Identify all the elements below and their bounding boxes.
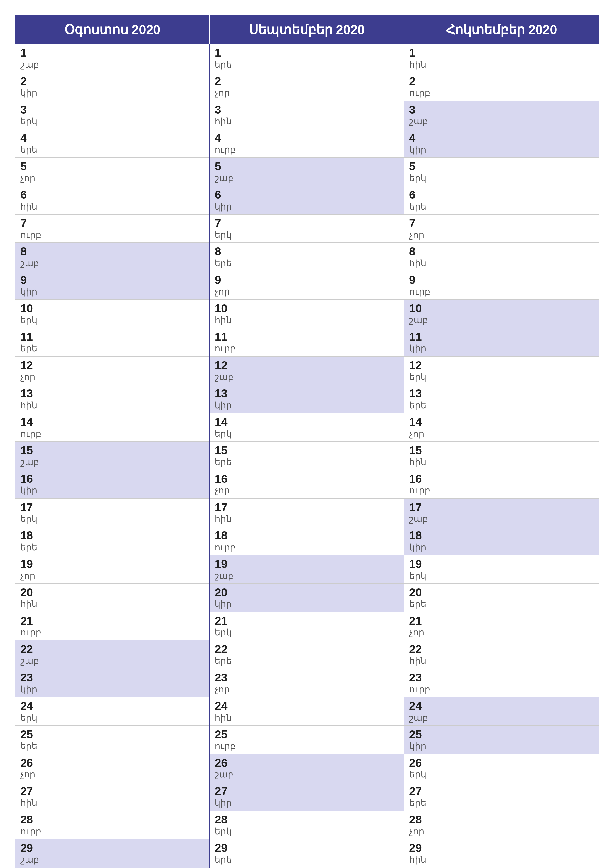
day-row: 26երկ bbox=[404, 754, 598, 783]
day-row: 3հին bbox=[210, 101, 404, 129]
day-name: կիր bbox=[409, 542, 594, 553]
day-name: կիր bbox=[20, 286, 204, 297]
day-name: չոր bbox=[20, 173, 204, 183]
day-row: 17շաբ bbox=[404, 499, 598, 527]
day-row: 13հին bbox=[16, 385, 209, 413]
day-row: 28ուրբ bbox=[16, 811, 209, 839]
day-name: երե bbox=[215, 59, 399, 70]
day-name: չոր bbox=[20, 570, 204, 581]
day-number: 6 bbox=[215, 189, 399, 201]
day-row: 11ուրբ bbox=[210, 328, 404, 356]
day-number: 8 bbox=[409, 245, 594, 258]
day-name: հին bbox=[215, 315, 399, 326]
calendar-container: Օգոստոս 2020Սեպտեմբեր 2020Հոկտեմբեր 2020… bbox=[15, 15, 599, 868]
day-row: 21չոր bbox=[404, 612, 598, 641]
day-name: կիր bbox=[215, 400, 399, 411]
day-name: ուրբ bbox=[409, 87, 594, 98]
day-number: 1 bbox=[20, 46, 204, 59]
day-number: 21 bbox=[20, 615, 204, 627]
day-name: ուրբ bbox=[20, 428, 204, 439]
day-number: 20 bbox=[215, 586, 399, 599]
day-row: 17հին bbox=[210, 499, 404, 527]
day-name: չոր bbox=[20, 371, 204, 382]
day-row: 24հին bbox=[210, 697, 404, 726]
day-name: չոր bbox=[215, 684, 399, 694]
day-number: 15 bbox=[20, 444, 204, 457]
day-row: 13կիր bbox=[210, 385, 404, 413]
day-row: 20երե bbox=[404, 584, 598, 612]
day-name: հին bbox=[215, 116, 399, 126]
day-number: 4 bbox=[409, 132, 594, 144]
day-name: կիր bbox=[20, 87, 204, 98]
day-name: շաբ bbox=[215, 371, 399, 382]
day-number: 27 bbox=[20, 785, 204, 797]
day-number: 8 bbox=[20, 245, 204, 258]
day-number: 26 bbox=[409, 756, 594, 769]
day-number: 3 bbox=[215, 104, 399, 116]
day-number: 18 bbox=[215, 529, 399, 542]
day-row: 14երկ bbox=[210, 413, 404, 442]
day-row: 20կիր bbox=[210, 584, 404, 612]
day-row: 1շաբ bbox=[16, 44, 209, 73]
day-number: 10 bbox=[215, 302, 399, 315]
day-row: 6երե bbox=[404, 186, 598, 214]
day-number: 23 bbox=[20, 671, 204, 684]
days-grid: 1շաբ2կիր3երկ4երե5չոր6հին7ուրբ8շաբ9կիր10ե… bbox=[16, 44, 598, 868]
day-number: 2 bbox=[215, 75, 399, 88]
day-row: 10շաբ bbox=[404, 300, 598, 328]
day-row: 18ուրբ bbox=[210, 527, 404, 555]
calendar-header: Օգոստոս 2020Սեպտեմբեր 2020Հոկտեմբեր 2020 bbox=[16, 16, 598, 44]
day-name: ուրբ bbox=[20, 229, 204, 240]
day-number: 17 bbox=[215, 501, 399, 514]
day-number: 22 bbox=[409, 643, 594, 656]
day-number: 25 bbox=[20, 728, 204, 741]
day-row: 9կիր bbox=[16, 271, 209, 300]
day-name: շաբ bbox=[409, 116, 594, 126]
day-name: երկ bbox=[20, 116, 204, 126]
day-number: 23 bbox=[409, 671, 594, 684]
day-number: 28 bbox=[20, 813, 204, 826]
day-number: 6 bbox=[409, 189, 594, 201]
day-row: 2կիր bbox=[16, 73, 209, 101]
day-row: 3շաբ bbox=[404, 101, 598, 129]
day-name: երե bbox=[409, 598, 594, 609]
day-name: չոր bbox=[20, 769, 204, 780]
day-name: երե bbox=[20, 343, 204, 353]
day-row: 15երե bbox=[210, 442, 404, 470]
day-name: շաբ bbox=[409, 712, 594, 723]
day-name: ուրբ bbox=[215, 343, 399, 353]
day-row: 4երե bbox=[16, 129, 209, 158]
day-name: հին bbox=[215, 513, 399, 524]
day-row: 8հին bbox=[404, 243, 598, 271]
day-name: երկ bbox=[215, 229, 399, 240]
day-row: 13երե bbox=[404, 385, 598, 413]
day-number: 16 bbox=[20, 473, 204, 485]
day-number: 9 bbox=[20, 274, 204, 286]
day-number: 3 bbox=[20, 104, 204, 116]
day-name: երե bbox=[20, 144, 204, 155]
day-name: հին bbox=[409, 854, 594, 865]
day-name: չոր bbox=[409, 627, 594, 638]
day-row: 2չոր bbox=[210, 73, 404, 101]
day-number: 6 bbox=[20, 189, 204, 201]
day-name: շաբ bbox=[409, 315, 594, 326]
day-row: 5երկ bbox=[404, 158, 598, 186]
day-row: 23չոր bbox=[210, 669, 404, 697]
day-name: երե bbox=[409, 797, 594, 808]
day-number: 14 bbox=[20, 416, 204, 428]
day-row: 2ուրբ bbox=[404, 73, 598, 101]
day-name: կիր bbox=[215, 201, 399, 212]
day-number: 23 bbox=[215, 671, 399, 684]
month-header-0: Օգոստոս 2020 bbox=[16, 16, 210, 44]
day-row: 15շաբ bbox=[16, 442, 209, 470]
day-row: 22երե bbox=[210, 640, 404, 669]
day-row: 6հին bbox=[16, 186, 209, 214]
day-number: 11 bbox=[409, 330, 594, 343]
day-number: 28 bbox=[215, 813, 399, 826]
day-name: ուրբ bbox=[215, 542, 399, 553]
day-row: 28չոր bbox=[404, 811, 598, 839]
day-name: երե bbox=[20, 741, 204, 751]
day-name: երկ bbox=[215, 428, 399, 439]
day-row: 17երկ bbox=[16, 499, 209, 527]
day-row: 12շաբ bbox=[210, 356, 404, 385]
